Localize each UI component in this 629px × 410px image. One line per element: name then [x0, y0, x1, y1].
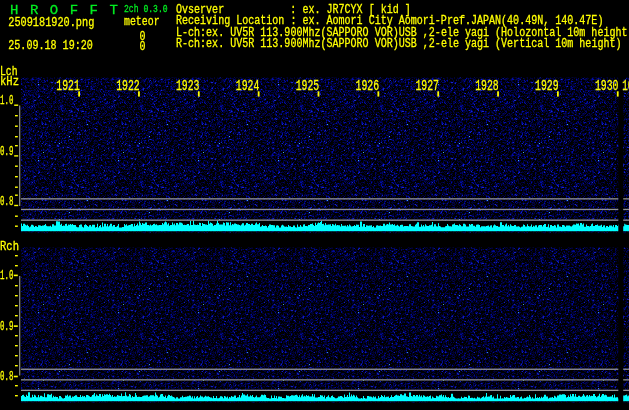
- svg-text:0.9: 0.9: [0, 145, 13, 159]
- svg-text:1924: 1924: [236, 78, 260, 94]
- svg-text:1927: 1927: [415, 78, 439, 94]
- svg-text:0.8: 0.8: [0, 195, 13, 209]
- svg-text:0.8: 0.8: [0, 370, 13, 384]
- svg-text:0.9: 0.9: [0, 320, 13, 334]
- svg-text:2509181920.png: 2509181920.png: [8, 16, 94, 30]
- svg-text:1922: 1922: [116, 78, 139, 94]
- svg-text:1929: 1929: [535, 78, 559, 94]
- svg-text:T: T: [110, 3, 119, 18]
- svg-text:1928: 1928: [475, 78, 499, 94]
- svg-text:1921: 1921: [56, 78, 80, 94]
- svg-text:2ch 0.3.0: 2ch 0.3.0: [124, 4, 168, 15]
- svg-text:kHz: kHz: [0, 75, 19, 89]
- svg-text:R-ch:ex. UV5R 113.900Mhz(SAPPO: R-ch:ex. UV5R 113.900Mhz(SAPPORO VOR)USB…: [176, 37, 621, 51]
- svg-text:1925: 1925: [296, 78, 320, 94]
- svg-text:1923: 1923: [176, 78, 200, 94]
- svg-text:25.09.18 19:20: 25.09.18 19:20: [8, 39, 93, 53]
- svg-text:1.0: 1.0: [0, 94, 13, 108]
- svg-text:meteor: meteor: [124, 15, 160, 29]
- svg-text:1926: 1926: [356, 78, 380, 94]
- svg-text:10: 10: [622, 78, 629, 94]
- svg-text:1.0: 1.0: [0, 269, 13, 283]
- svg-text:Rch: Rch: [0, 240, 19, 254]
- svg-text:0: 0: [140, 39, 146, 54]
- svg-text:1930: 1930: [595, 78, 619, 94]
